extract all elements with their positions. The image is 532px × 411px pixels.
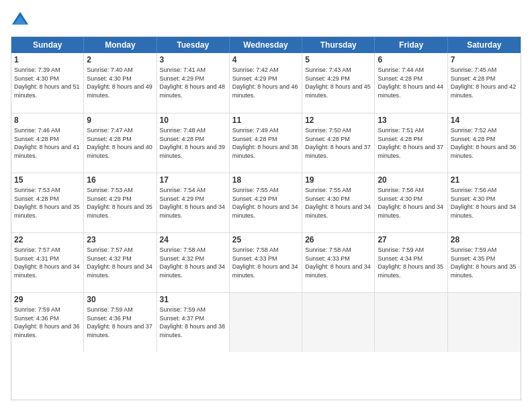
cell-info: Sunrise: 7:39 AMSunset: 4:30 PMDaylight:… bbox=[14, 66, 81, 99]
calendar-cell: 29Sunrise: 7:59 AMSunset: 4:36 PMDayligh… bbox=[11, 293, 84, 352]
day-number: 13 bbox=[378, 116, 444, 125]
day-number: 5 bbox=[305, 55, 371, 64]
calendar-cell: 25Sunrise: 7:58 AMSunset: 4:33 PMDayligh… bbox=[230, 233, 302, 292]
day-number: 11 bbox=[232, 116, 299, 125]
cell-info: Sunrise: 7:59 AMSunset: 4:37 PMDaylight:… bbox=[160, 306, 226, 339]
cell-info: Sunrise: 7:53 AMSunset: 4:29 PMDaylight:… bbox=[87, 186, 153, 220]
calendar-week-4: 22Sunrise: 7:57 AMSunset: 4:31 PMDayligh… bbox=[11, 232, 521, 292]
calendar-cell: 11Sunrise: 7:49 AMSunset: 4:28 PMDayligh… bbox=[230, 113, 302, 173]
calendar-cell: 3Sunrise: 7:41 AMSunset: 4:29 PMDaylight… bbox=[157, 53, 230, 113]
day-number: 24 bbox=[160, 235, 226, 244]
day-number: 20 bbox=[378, 175, 444, 185]
day-number: 12 bbox=[305, 116, 371, 125]
cell-info: Sunrise: 7:45 AMSunset: 4:28 PMDaylight:… bbox=[451, 66, 518, 99]
header-day-friday: Friday bbox=[375, 37, 447, 53]
calendar-cell: 6Sunrise: 7:44 AMSunset: 4:28 PMDaylight… bbox=[375, 53, 447, 113]
calendar-cell: 20Sunrise: 7:56 AMSunset: 4:30 PMDayligh… bbox=[375, 173, 447, 232]
day-number: 28 bbox=[451, 235, 518, 244]
cell-info: Sunrise: 7:55 AMSunset: 4:30 PMDaylight:… bbox=[305, 186, 371, 220]
day-number: 7 bbox=[451, 55, 518, 64]
calendar-cell: 10Sunrise: 7:48 AMSunset: 4:28 PMDayligh… bbox=[157, 113, 230, 173]
cell-info: Sunrise: 7:51 AMSunset: 4:28 PMDaylight:… bbox=[378, 126, 444, 160]
calendar-cell: 12Sunrise: 7:50 AMSunset: 4:28 PMDayligh… bbox=[302, 113, 375, 173]
cell-info: Sunrise: 7:50 AMSunset: 4:28 PMDaylight:… bbox=[305, 126, 371, 160]
header-day-sunday: Sunday bbox=[11, 37, 84, 53]
day-number: 16 bbox=[87, 175, 153, 185]
cell-info: Sunrise: 7:40 AMSunset: 4:30 PMDaylight:… bbox=[87, 66, 153, 99]
cell-info: Sunrise: 7:59 AMSunset: 4:35 PMDaylight:… bbox=[451, 246, 518, 279]
calendar-cell: 13Sunrise: 7:51 AMSunset: 4:28 PMDayligh… bbox=[375, 113, 447, 173]
header-day-saturday: Saturday bbox=[448, 37, 521, 53]
cell-info: Sunrise: 7:56 AMSunset: 4:30 PMDaylight:… bbox=[378, 186, 444, 220]
cell-info: Sunrise: 7:48 AMSunset: 4:28 PMDaylight:… bbox=[160, 126, 226, 160]
cell-info: Sunrise: 7:58 AMSunset: 4:33 PMDaylight:… bbox=[305, 246, 371, 279]
calendar-cell: 23Sunrise: 7:57 AMSunset: 4:32 PMDayligh… bbox=[84, 233, 157, 292]
header bbox=[11, 11, 521, 30]
day-number: 3 bbox=[160, 55, 226, 64]
day-number: 30 bbox=[87, 295, 153, 304]
day-number: 18 bbox=[232, 175, 299, 185]
cell-info: Sunrise: 7:56 AMSunset: 4:30 PMDaylight:… bbox=[451, 186, 518, 220]
cell-info: Sunrise: 7:58 AMSunset: 4:33 PMDaylight:… bbox=[232, 246, 299, 279]
cell-info: Sunrise: 7:47 AMSunset: 4:28 PMDaylight:… bbox=[87, 126, 153, 160]
calendar-cell: 31Sunrise: 7:59 AMSunset: 4:37 PMDayligh… bbox=[157, 293, 230, 352]
calendar-cell: 22Sunrise: 7:57 AMSunset: 4:31 PMDayligh… bbox=[11, 233, 84, 292]
page: SundayMondayTuesdayWednesdayThursdayFrid… bbox=[0, 0, 532, 411]
calendar-cell: 8Sunrise: 7:46 AMSunset: 4:28 PMDaylight… bbox=[11, 113, 84, 173]
day-number: 31 bbox=[160, 295, 226, 304]
cell-info: Sunrise: 7:55 AMSunset: 4:29 PMDaylight:… bbox=[232, 186, 299, 220]
day-number: 1 bbox=[14, 55, 81, 64]
calendar-cell bbox=[230, 293, 302, 352]
calendar-cell: 30Sunrise: 7:59 AMSunset: 4:36 PMDayligh… bbox=[84, 293, 157, 352]
calendar-cell: 19Sunrise: 7:55 AMSunset: 4:30 PMDayligh… bbox=[302, 173, 375, 232]
header-day-wednesday: Wednesday bbox=[230, 37, 302, 53]
day-number: 17 bbox=[160, 175, 226, 185]
day-number: 27 bbox=[378, 235, 444, 244]
cell-info: Sunrise: 7:52 AMSunset: 4:28 PMDaylight:… bbox=[451, 126, 518, 160]
day-number: 15 bbox=[14, 175, 81, 185]
calendar-cell: 9Sunrise: 7:47 AMSunset: 4:28 PMDaylight… bbox=[84, 113, 157, 173]
calendar-cell: 2Sunrise: 7:40 AMSunset: 4:30 PMDaylight… bbox=[84, 53, 157, 113]
calendar-cell: 16Sunrise: 7:53 AMSunset: 4:29 PMDayligh… bbox=[84, 173, 157, 232]
calendar-cell: 17Sunrise: 7:54 AMSunset: 4:29 PMDayligh… bbox=[157, 173, 230, 232]
calendar-cell: 1Sunrise: 7:39 AMSunset: 4:30 PMDaylight… bbox=[11, 53, 84, 113]
day-number: 23 bbox=[87, 235, 153, 244]
day-number: 10 bbox=[160, 116, 226, 125]
header-day-thursday: Thursday bbox=[302, 37, 375, 53]
logo-icon bbox=[11, 11, 30, 30]
day-number: 6 bbox=[378, 55, 444, 64]
cell-info: Sunrise: 7:59 AMSunset: 4:34 PMDaylight:… bbox=[378, 246, 444, 279]
cell-info: Sunrise: 7:49 AMSunset: 4:28 PMDaylight:… bbox=[232, 126, 299, 160]
calendar-cell bbox=[448, 293, 521, 352]
calendar-cell: 24Sunrise: 7:58 AMSunset: 4:32 PMDayligh… bbox=[157, 233, 230, 292]
cell-info: Sunrise: 7:59 AMSunset: 4:36 PMDaylight:… bbox=[14, 306, 81, 339]
calendar-header: SundayMondayTuesdayWednesdayThursdayFrid… bbox=[11, 37, 521, 53]
header-day-monday: Monday bbox=[84, 37, 157, 53]
calendar-week-2: 8Sunrise: 7:46 AMSunset: 4:28 PMDaylight… bbox=[11, 113, 521, 173]
day-number: 21 bbox=[451, 175, 518, 185]
cell-info: Sunrise: 7:44 AMSunset: 4:28 PMDaylight:… bbox=[378, 66, 444, 99]
day-number: 26 bbox=[305, 235, 371, 244]
calendar-cell: 21Sunrise: 7:56 AMSunset: 4:30 PMDayligh… bbox=[448, 173, 521, 232]
cell-info: Sunrise: 7:54 AMSunset: 4:29 PMDaylight:… bbox=[160, 186, 226, 220]
calendar-cell bbox=[302, 293, 375, 352]
cell-info: Sunrise: 7:43 AMSunset: 4:29 PMDaylight:… bbox=[305, 66, 371, 99]
calendar: SundayMondayTuesdayWednesdayThursdayFrid… bbox=[11, 36, 521, 400]
cell-info: Sunrise: 7:57 AMSunset: 4:32 PMDaylight:… bbox=[87, 246, 153, 279]
calendar-week-3: 15Sunrise: 7:53 AMSunset: 4:28 PMDayligh… bbox=[11, 173, 521, 232]
day-number: 25 bbox=[232, 235, 299, 244]
day-number: 19 bbox=[305, 175, 371, 185]
cell-info: Sunrise: 7:57 AMSunset: 4:31 PMDaylight:… bbox=[14, 246, 81, 279]
logo bbox=[11, 11, 32, 30]
cell-info: Sunrise: 7:46 AMSunset: 4:28 PMDaylight:… bbox=[14, 126, 81, 160]
calendar-cell: 5Sunrise: 7:43 AMSunset: 4:29 PMDaylight… bbox=[302, 53, 375, 113]
cell-info: Sunrise: 7:42 AMSunset: 4:29 PMDaylight:… bbox=[232, 66, 299, 99]
day-number: 14 bbox=[451, 116, 518, 125]
cell-info: Sunrise: 7:58 AMSunset: 4:32 PMDaylight:… bbox=[160, 246, 226, 279]
calendar-week-5: 29Sunrise: 7:59 AMSunset: 4:36 PMDayligh… bbox=[11, 292, 521, 352]
calendar-body: 1Sunrise: 7:39 AMSunset: 4:30 PMDaylight… bbox=[11, 53, 521, 352]
day-number: 29 bbox=[14, 295, 81, 304]
calendar-cell: 27Sunrise: 7:59 AMSunset: 4:34 PMDayligh… bbox=[375, 233, 447, 292]
calendar-cell bbox=[375, 293, 447, 352]
header-day-tuesday: Tuesday bbox=[157, 37, 230, 53]
